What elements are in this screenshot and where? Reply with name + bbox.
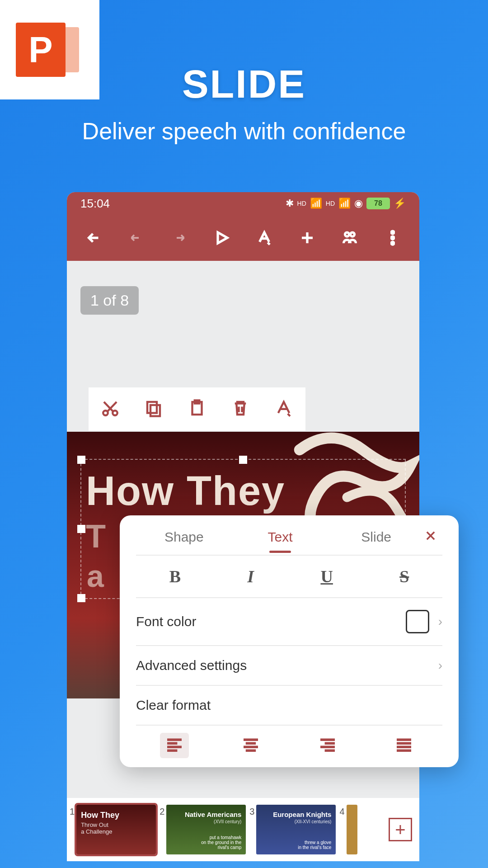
thumbnail-preview[interactable] — [347, 805, 357, 854]
powerpoint-icon: P — [16, 16, 84, 84]
slide-title-text[interactable]: How They — [86, 468, 285, 514]
thumbnail-number: 4 — [339, 807, 344, 817]
slide-subtitle-text: T — [86, 518, 106, 555]
advanced-label: Advanced settings — [136, 658, 247, 673]
status-bar: 15:04 ✱ HD📶 HD📶 ◉ 78 ⚡ — [67, 192, 419, 215]
undo-button[interactable] — [124, 225, 149, 250]
bluetooth-icon: ✱ — [286, 198, 294, 209]
underline-button[interactable]: U — [320, 566, 333, 586]
tab-shape[interactable]: Shape — [136, 529, 232, 545]
thumbnail-preview[interactable]: European Knights (XII-XVI centuries) thr… — [256, 805, 336, 854]
italic-button[interactable]: I — [247, 566, 254, 586]
alignment-row — [120, 726, 459, 758]
chevron-right-icon: › — [438, 614, 442, 629]
format-bottom-sheet: Shape Text Slide B I U S Font color › Ad… — [120, 515, 459, 767]
thumbnail-number: 3 — [249, 807, 254, 817]
align-center-button[interactable] — [236, 733, 265, 758]
signal-icon: HD — [297, 200, 306, 207]
signal-icon-2: HD — [326, 200, 335, 207]
svg-point-0 — [345, 232, 349, 236]
format-button[interactable] — [252, 225, 277, 250]
app-toolbar — [67, 215, 419, 261]
align-justify-button[interactable] — [389, 733, 418, 758]
context-toolbar — [89, 387, 305, 431]
delete-button[interactable] — [231, 399, 250, 420]
chevron-right-icon: › — [438, 658, 442, 673]
bold-button[interactable]: B — [169, 566, 181, 586]
svg-point-4 — [391, 242, 394, 245]
tab-slide[interactable]: Slide — [328, 529, 424, 545]
cut-button[interactable] — [101, 399, 120, 420]
svg-rect-8 — [150, 405, 160, 416]
svg-point-3 — [391, 236, 394, 239]
clear-format-row[interactable]: Clear format — [120, 686, 459, 725]
promo-title: SLIDE — [182, 61, 306, 107]
copy-button[interactable] — [144, 399, 163, 420]
battery-icon: 78 — [366, 198, 390, 209]
align-left-button[interactable] — [160, 733, 189, 758]
status-time: 15:04 — [80, 197, 110, 211]
play-button[interactable] — [209, 225, 235, 250]
resize-handle[interactable] — [239, 456, 247, 464]
promo-subtitle: Deliver speech with confidence — [0, 118, 488, 145]
thumbnail-number: 1 — [70, 807, 75, 817]
slide-subtitle-text-2: a — [87, 558, 104, 594]
font-color-label: Font color — [136, 614, 196, 629]
thumbnail-preview[interactable]: How They Throw Out a Challenge — [76, 805, 156, 854]
advanced-settings-row[interactable]: Advanced settings › — [120, 646, 459, 685]
tab-text[interactable]: Text — [232, 529, 328, 545]
page-indicator: 1 of 8 — [80, 286, 139, 315]
wifi-icon: ◉ — [354, 198, 363, 209]
charging-icon: ⚡ — [394, 198, 406, 209]
thumbnail-item[interactable]: 2 Native Americans (XVII century) put a … — [160, 805, 246, 854]
svg-point-5 — [103, 410, 108, 415]
redo-button[interactable] — [166, 225, 192, 250]
thumbnail-strip[interactable]: 1 How They Throw Out a Challenge 2 Nativ… — [67, 798, 419, 861]
app-icon-badge: P — [0, 0, 99, 99]
status-icons: ✱ HD📶 HD📶 ◉ 78 ⚡ — [286, 198, 406, 209]
thumbnail-preview[interactable]: Native Americans (XVII century) put a to… — [166, 805, 246, 854]
resize-handle[interactable] — [77, 525, 85, 533]
sheet-tabs: Shape Text Slide — [120, 515, 459, 555]
more-button[interactable] — [380, 225, 405, 250]
thumbnail-item[interactable]: 1 How They Throw Out a Challenge — [70, 805, 156, 854]
thumbnail-number: 2 — [160, 807, 164, 817]
text-style-row: B I U S — [120, 556, 459, 597]
collaborate-button[interactable] — [337, 225, 362, 250]
svg-point-1 — [351, 232, 355, 236]
thumbnail-item[interactable]: 3 European Knights (XII-XVI centuries) t… — [249, 805, 336, 854]
add-button[interactable] — [295, 225, 320, 250]
svg-point-2 — [391, 231, 394, 234]
back-button[interactable] — [81, 225, 106, 250]
font-color-row[interactable]: Font color › — [120, 598, 459, 645]
align-right-button[interactable] — [313, 733, 342, 758]
resize-handle[interactable] — [77, 594, 85, 602]
resize-handle[interactable] — [77, 456, 85, 464]
strikethrough-button[interactable]: S — [399, 566, 409, 586]
paste-button[interactable] — [188, 399, 206, 420]
svg-point-6 — [113, 410, 117, 415]
edit-text-button[interactable] — [274, 399, 293, 420]
svg-rect-7 — [147, 402, 157, 413]
close-button[interactable] — [424, 528, 442, 546]
clear-format-label: Clear format — [136, 698, 211, 713]
thumbnail-item[interactable]: 4 — [339, 805, 357, 854]
color-swatch — [406, 610, 429, 633]
add-slide-button[interactable]: + — [389, 818, 412, 841]
